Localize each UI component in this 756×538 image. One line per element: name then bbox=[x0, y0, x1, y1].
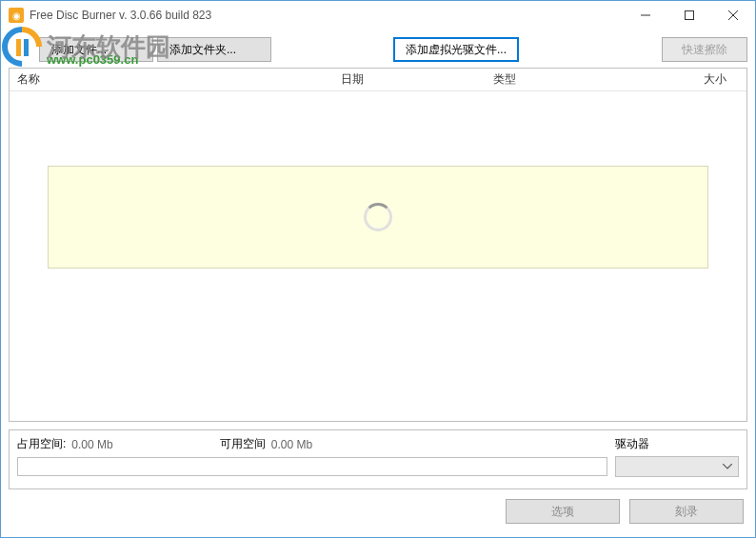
maximize-button[interactable] bbox=[667, 1, 711, 30]
window-title: Free Disc Burner v. 3.0.66 build 823 bbox=[30, 9, 211, 22]
add-folder-button[interactable]: 添加文件夹... bbox=[157, 37, 271, 62]
quick-erase-button[interactable]: 快速擦除 bbox=[662, 37, 747, 62]
loading-overlay bbox=[48, 166, 708, 269]
close-button[interactable] bbox=[711, 1, 755, 30]
column-date[interactable]: 日期 bbox=[333, 71, 486, 88]
minimize-button[interactable] bbox=[624, 1, 667, 30]
window-controls bbox=[624, 1, 755, 30]
used-space-value: 0.00 Mb bbox=[71, 438, 112, 451]
add-virtual-drive-button[interactable]: 添加虚拟光驱文件... bbox=[393, 37, 519, 62]
free-space-label: 可用空间 bbox=[220, 436, 266, 452]
burn-button[interactable]: 刻录 bbox=[629, 499, 744, 524]
column-size[interactable]: 大小 bbox=[619, 71, 746, 88]
file-list bbox=[10, 91, 746, 421]
file-list-panel: 名称 日期 类型 大小 bbox=[9, 68, 747, 422]
column-headers: 名称 日期 类型 大小 bbox=[10, 69, 746, 91]
svg-rect-1 bbox=[686, 11, 694, 20]
options-button[interactable]: 选项 bbox=[506, 499, 620, 524]
free-space-value: 0.00 Mb bbox=[271, 438, 312, 451]
used-space-label: 占用空间: bbox=[17, 436, 66, 452]
chevron-down-icon bbox=[723, 464, 732, 469]
drive-label: 驱动器 bbox=[615, 436, 739, 452]
watermark-url: www.pc0359.cn bbox=[47, 52, 138, 67]
app-window: Free Disc Burner v. 3.0.66 build 823 河东软… bbox=[0, 0, 756, 538]
space-progress-bar bbox=[17, 457, 607, 476]
status-panel: 占用空间: 0.00 Mb 可用空间 0.00 Mb 驱动器 bbox=[9, 429, 747, 489]
drive-select[interactable] bbox=[615, 456, 739, 477]
titlebar: Free Disc Burner v. 3.0.66 build 823 bbox=[1, 1, 755, 30]
column-type[interactable]: 类型 bbox=[486, 71, 619, 88]
bottom-bar: 选项 刻录 bbox=[1, 489, 755, 537]
app-icon bbox=[9, 8, 24, 23]
column-name[interactable]: 名称 bbox=[10, 71, 333, 88]
loading-spinner-icon bbox=[364, 203, 392, 231]
